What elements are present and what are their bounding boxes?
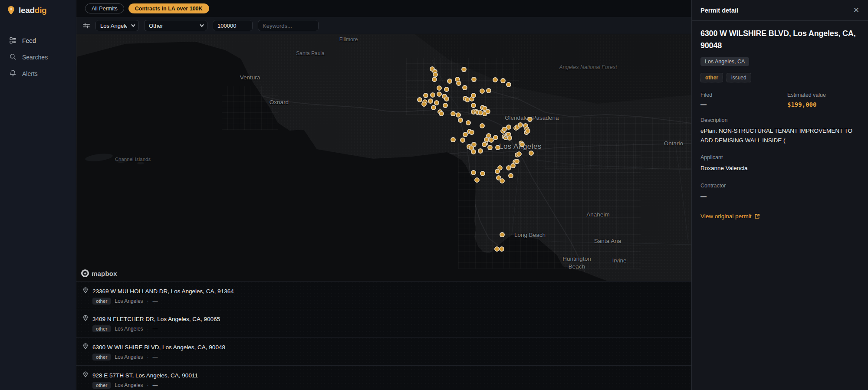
permit-marker[interactable]: [432, 77, 437, 82]
permit-marker[interactable]: [518, 122, 523, 128]
permit-marker[interactable]: [421, 102, 427, 107]
result-city: Los Angeles: [115, 354, 143, 360]
permit-marker[interactable]: [458, 118, 463, 123]
permit-marker[interactable]: [439, 111, 444, 116]
brand-lead: lead: [19, 6, 35, 15]
permit-marker[interactable]: [478, 148, 483, 154]
permit-marker[interactable]: [444, 96, 449, 102]
permit-marker[interactable]: [437, 92, 442, 97]
contractor-label: Contractor: [700, 183, 859, 189]
permit-marker[interactable]: [480, 88, 485, 94]
permit-marker[interactable]: [430, 92, 435, 98]
sidebar-item-searches[interactable]: Searches: [0, 49, 76, 66]
permit-marker[interactable]: [508, 173, 513, 178]
permit-marker[interactable]: [434, 100, 439, 105]
permit-marker[interactable]: [506, 82, 511, 87]
permit-marker[interactable]: [525, 128, 530, 134]
result-type-badge: other: [92, 354, 111, 361]
permit-marker[interactable]: [437, 85, 442, 91]
permit-marker[interactable]: [480, 171, 485, 176]
permit-marker[interactable]: [495, 169, 500, 174]
permit-marker[interactable]: [474, 177, 480, 183]
permit-marker[interactable]: [460, 138, 465, 143]
brand-dig: dig: [35, 6, 47, 15]
city-select[interactable]: Los Angeles: [95, 20, 139, 31]
permit-marker[interactable]: [506, 165, 511, 170]
permit-tag-issued: issued: [727, 73, 751, 82]
permit-marker[interactable]: [495, 145, 500, 150]
permit-marker[interactable]: [444, 87, 449, 92]
applicant-label: Applicant: [700, 154, 859, 161]
permit-marker[interactable]: [493, 77, 498, 82]
result-row[interactable]: 928 E 57TH ST, Los Angeles, CA, 90011oth…: [76, 366, 691, 390]
permit-marker[interactable]: [417, 97, 422, 102]
permit-marker[interactable]: [485, 109, 490, 114]
description-label: Description: [700, 117, 859, 123]
permit-marker[interactable]: [471, 103, 476, 108]
brand-logo[interactable]: leaddig: [0, 0, 76, 15]
sidebar-item-label: Searches: [22, 54, 48, 61]
permit-marker[interactable]: [461, 67, 467, 72]
bell-icon: [9, 69, 16, 78]
result-row[interactable]: 3409 N FLETCHER DR, Los Angeles, CA, 900…: [76, 309, 691, 338]
permit-marker[interactable]: [450, 111, 456, 116]
min-value-input[interactable]: [213, 20, 253, 31]
permit-marker[interactable]: [431, 105, 436, 110]
permit-marker[interactable]: [471, 170, 476, 175]
permit-marker[interactable]: [506, 125, 511, 130]
estimated-value: $199,000: [787, 101, 859, 108]
result-type-badge: other: [92, 382, 111, 389]
result-type-badge: other: [92, 298, 111, 305]
permit-marker[interactable]: [471, 93, 476, 98]
permit-marker[interactable]: [471, 77, 477, 82]
close-icon[interactable]: ✕: [852, 5, 861, 16]
permit-marker[interactable]: [500, 232, 505, 237]
mapbox-wordmark: mapbox: [92, 270, 117, 277]
permit-marker[interactable]: [516, 151, 522, 157]
mapbox-attribution[interactable]: mapbox: [81, 269, 117, 278]
description-text: ePlan: NON-STRUCTURAL TENANT IMPROVEMENT…: [700, 126, 859, 146]
permit-marker[interactable]: [493, 135, 498, 140]
permit-marker[interactable]: [447, 79, 452, 84]
permit-tags: otherissued: [700, 73, 859, 82]
permit-marker[interactable]: [480, 123, 485, 128]
permit-marker[interactable]: [450, 137, 456, 142]
permit-marker[interactable]: [466, 120, 471, 125]
permit-marker[interactable]: [527, 117, 533, 122]
filed-value: —: [700, 101, 787, 108]
sidebar-item-feed[interactable]: Feed: [0, 33, 76, 49]
permit-marker[interactable]: [456, 81, 461, 86]
map-canvas[interactable]: FillmoreSanta PaulaVenturaOxnardChannel …: [76, 34, 691, 281]
permit-marker[interactable]: [423, 93, 428, 98]
permit-marker[interactable]: [462, 85, 467, 90]
type-select[interactable]: Other: [144, 20, 207, 31]
permit-marker[interactable]: [471, 149, 476, 154]
view-original-permit-link[interactable]: View original permit: [700, 213, 760, 220]
permit-marker[interactable]: [456, 112, 461, 118]
permit-marker[interactable]: [519, 142, 525, 147]
permit-marker[interactable]: [482, 142, 487, 147]
sidebar-item-alerts[interactable]: Alerts: [0, 66, 76, 82]
permit-marker[interactable]: [500, 178, 505, 184]
filter-sliders-icon[interactable]: [82, 22, 90, 29]
permit-marker[interactable]: [469, 130, 474, 135]
permit-marker[interactable]: [443, 103, 448, 108]
results-list: 23369 W MULHOLLAND DR, Los Angeles, CA, …: [76, 281, 691, 390]
contractor-section: Contractor —: [700, 183, 859, 200]
permit-marker[interactable]: [500, 78, 506, 83]
saved-search-tab-1[interactable]: Contracts in LA over 100K: [128, 3, 209, 13]
permit-marker[interactable]: [507, 135, 512, 141]
permit-marker[interactable]: [499, 246, 504, 252]
result-row[interactable]: 6300 W WILSHIRE BLVD, Los Angeles, CA, 9…: [76, 338, 691, 366]
permit-marker[interactable]: [428, 98, 433, 104]
permit-marker[interactable]: [514, 159, 519, 164]
permit-marker[interactable]: [487, 145, 493, 150]
saved-search-tab-0[interactable]: All Permits: [85, 3, 124, 13]
permit-marker[interactable]: [486, 88, 491, 93]
keywords-input[interactable]: [258, 20, 319, 31]
permit-marker[interactable]: [463, 132, 468, 137]
permit-marker[interactable]: [529, 151, 534, 156]
map-pin-icon: [82, 343, 89, 351]
sidebar: leaddig FeedSearchesAlerts: [0, 0, 76, 390]
result-row[interactable]: 23369 W MULHOLLAND DR, Los Angeles, CA, …: [76, 281, 691, 309]
